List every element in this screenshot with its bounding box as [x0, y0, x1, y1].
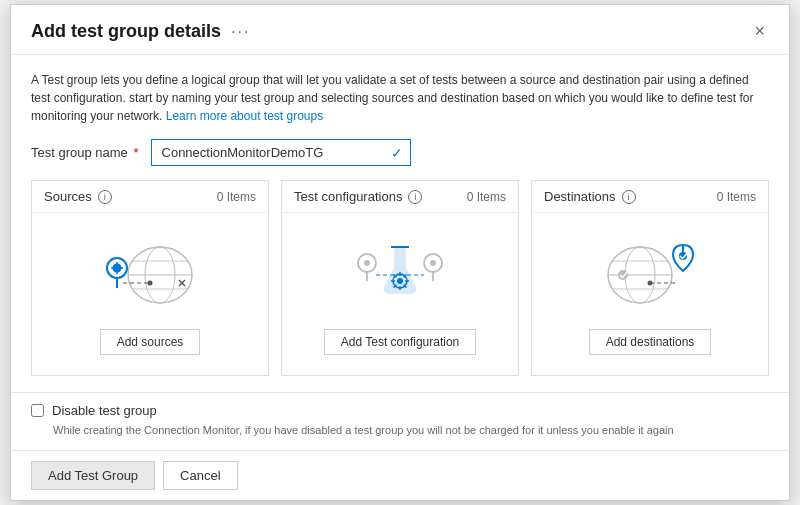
- destinations-panel: Destinations i 0 Items: [531, 180, 769, 376]
- footer-section: Disable test group While creating the Co…: [11, 392, 789, 450]
- test-configurations-item-count: 0 Items: [467, 190, 506, 204]
- dialog-body: A Test group lets you define a logical g…: [11, 55, 789, 392]
- dialog-header: Add test group details ··· ×: [11, 5, 789, 55]
- disable-test-group-row: Disable test group: [31, 403, 769, 418]
- destinations-info-icon[interactable]: i: [622, 190, 636, 204]
- svg-point-39: [618, 270, 628, 280]
- svg-point-6: [148, 281, 153, 286]
- learn-more-link[interactable]: Learn more about test groups: [166, 109, 323, 123]
- dialog-title: Add test group details: [31, 21, 221, 42]
- add-test-group-button[interactable]: Add Test Group: [31, 461, 155, 490]
- destinations-panel-content: Add destinations: [532, 213, 768, 375]
- svg-point-41: [648, 281, 653, 286]
- sources-panel-header: Sources i 0 Items: [32, 181, 268, 213]
- svg-point-16: [364, 260, 370, 266]
- destinations-item-count: 0 Items: [717, 190, 756, 204]
- test-configurations-info-icon[interactable]: i: [408, 190, 422, 204]
- form-row: Test group name * ✓: [31, 139, 769, 166]
- test-configurations-panel-content: Add Test configuration: [282, 213, 518, 375]
- panels-row: Sources i 0 Items: [31, 180, 769, 376]
- disable-test-group-label[interactable]: Disable test group: [52, 403, 157, 418]
- dialog-title-area: Add test group details ···: [31, 21, 250, 42]
- disable-test-group-checkbox[interactable]: [31, 404, 44, 417]
- test-configurations-panel-title: Test configurations i: [294, 189, 422, 204]
- cancel-button[interactable]: Cancel: [163, 461, 237, 490]
- svg-point-19: [430, 260, 436, 266]
- svg-point-25: [397, 278, 403, 284]
- description-text: A Test group lets you define a logical g…: [31, 71, 769, 125]
- add-sources-button[interactable]: Add sources: [100, 329, 201, 355]
- more-options-icon[interactable]: ···: [231, 23, 250, 41]
- sources-panel: Sources i 0 Items: [31, 180, 269, 376]
- test-configurations-panel-header: Test configurations i 0 Items: [282, 181, 518, 213]
- sources-panel-content: Add sources: [32, 213, 268, 375]
- destinations-panel-title: Destinations i: [544, 189, 636, 204]
- sources-item-count: 0 Items: [217, 190, 256, 204]
- sources-illustration: [95, 233, 205, 313]
- sources-panel-title: Sources i: [44, 189, 112, 204]
- input-check-icon: ✓: [391, 145, 403, 161]
- test-group-name-label: Test group name *: [31, 145, 139, 160]
- add-destinations-button[interactable]: Add destinations: [589, 329, 712, 355]
- destinations-panel-header: Destinations i 0 Items: [532, 181, 768, 213]
- destinations-illustration: [595, 233, 705, 313]
- test-group-name-input[interactable]: [151, 139, 411, 166]
- sources-info-icon[interactable]: i: [98, 190, 112, 204]
- close-button[interactable]: ×: [750, 21, 769, 42]
- add-test-configuration-button[interactable]: Add Test configuration: [324, 329, 477, 355]
- test-configurations-panel: Test configurations i 0 Items: [281, 180, 519, 376]
- add-test-group-dialog: Add test group details ··· × A Test grou…: [10, 4, 790, 501]
- input-wrapper: ✓: [151, 139, 411, 166]
- action-bar: Add Test Group Cancel: [11, 450, 789, 500]
- disable-test-group-desc: While creating the Connection Monitor, i…: [53, 424, 769, 436]
- test-configurations-illustration: [345, 233, 455, 313]
